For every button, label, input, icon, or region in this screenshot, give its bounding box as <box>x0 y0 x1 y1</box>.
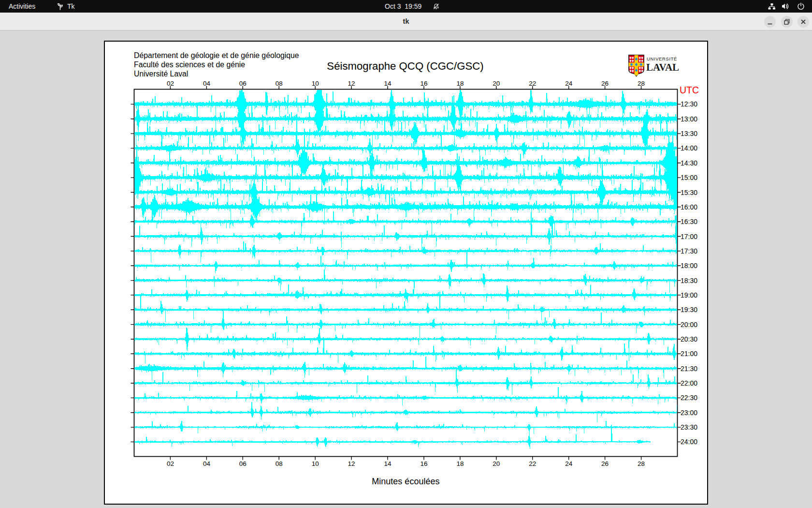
svg-text:06: 06 <box>239 460 246 467</box>
svg-text:17:30: 17:30 <box>681 247 697 255</box>
svg-text:Département de géologie et de: Département de géologie et de génie géol… <box>134 51 299 60</box>
svg-text:21:30: 21:30 <box>681 365 697 373</box>
svg-text:23:00: 23:00 <box>681 409 697 417</box>
svg-text:14:00: 14:00 <box>681 144 697 152</box>
svg-text:08: 08 <box>276 80 283 87</box>
svg-text:14: 14 <box>384 80 392 87</box>
svg-text:04: 04 <box>203 80 211 87</box>
svg-text:26: 26 <box>601 80 609 87</box>
svg-text:06: 06 <box>239 80 246 87</box>
svg-text:19:00: 19:00 <box>681 291 697 299</box>
svg-text:Université Laval: Université Laval <box>134 70 188 78</box>
svg-text:24: 24 <box>565 80 573 87</box>
svg-text:22:30: 22:30 <box>681 394 697 402</box>
svg-text:18: 18 <box>456 460 464 467</box>
svg-text:12:30: 12:30 <box>681 100 697 108</box>
svg-text:UNIVERSITÉ: UNIVERSITÉ <box>647 56 677 61</box>
svg-text:13:00: 13:00 <box>681 115 697 123</box>
svg-text:13:30: 13:30 <box>681 130 697 137</box>
svg-text:26: 26 <box>601 460 609 467</box>
svg-text:16:00: 16:00 <box>681 203 697 211</box>
svg-text:02: 02 <box>167 80 174 87</box>
svg-text:Faculté des sciences et de gén: Faculté des sciences et de génie <box>134 60 245 69</box>
svg-text:Séismographe QCQ (CGC/GSC): Séismographe QCQ (CGC/GSC) <box>327 60 483 72</box>
svg-text:23:30: 23:30 <box>681 423 697 431</box>
svg-text:20: 20 <box>493 460 500 467</box>
svg-text:10: 10 <box>312 460 319 467</box>
svg-text:22:00: 22:00 <box>681 379 697 387</box>
svg-text:17:00: 17:00 <box>681 233 697 240</box>
svg-text:04: 04 <box>203 460 211 467</box>
svg-text:12: 12 <box>348 80 355 87</box>
svg-text:14: 14 <box>384 460 392 467</box>
svg-text:20:30: 20:30 <box>681 335 697 343</box>
svg-text:28: 28 <box>638 460 645 467</box>
svg-text:Minutes écoulées: Minutes écoulées <box>372 477 439 486</box>
svg-text:02: 02 <box>167 460 174 467</box>
svg-text:18: 18 <box>456 80 464 87</box>
svg-text:20:00: 20:00 <box>681 321 697 329</box>
svg-text:LAVAL: LAVAL <box>646 61 679 73</box>
svg-text:24: 24 <box>565 460 573 467</box>
svg-text:18:30: 18:30 <box>681 277 697 284</box>
svg-text:28: 28 <box>638 80 645 87</box>
svg-text:21:00: 21:00 <box>681 350 697 358</box>
svg-text:18:00: 18:00 <box>681 262 697 269</box>
svg-text:10: 10 <box>312 80 319 87</box>
svg-text:08: 08 <box>276 460 283 467</box>
svg-text:16: 16 <box>420 80 427 87</box>
svg-text:22: 22 <box>529 460 536 467</box>
svg-text:12: 12 <box>348 460 355 467</box>
svg-text:20: 20 <box>493 80 500 87</box>
svg-text:22: 22 <box>529 80 536 87</box>
svg-text:15:00: 15:00 <box>681 174 697 181</box>
svg-text:15:30: 15:30 <box>681 189 697 196</box>
svg-text:14:30: 14:30 <box>681 159 697 167</box>
svg-text:16:30: 16:30 <box>681 218 697 225</box>
svg-text:19:30: 19:30 <box>681 306 697 314</box>
svg-text:UTC: UTC <box>680 85 699 95</box>
svg-text:16: 16 <box>420 460 427 467</box>
svg-text:24:00: 24:00 <box>681 438 697 446</box>
